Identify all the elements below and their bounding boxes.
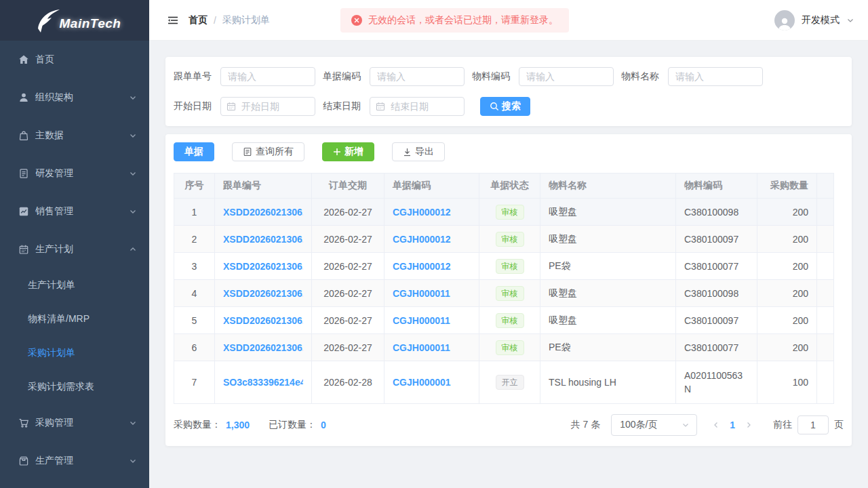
sidebar-item-org[interactable]: 组织架构 xyxy=(0,79,149,117)
table-row[interactable]: 3 XSDD2026021306.. 2026-02-27 CGJH000012… xyxy=(174,253,834,280)
sidebar-subitem-label: 生产计划单 xyxy=(28,279,75,291)
track-no-link[interactable]: XSDD2026021306.. xyxy=(223,261,303,272)
doc-code-link[interactable]: CGJH000001 xyxy=(393,377,471,388)
cell-extra xyxy=(817,226,834,253)
sidebar-item-production-plan-order[interactable]: 生产计划单 xyxy=(0,268,149,302)
sidebar-item-purchase-plan-demand[interactable]: 采购计划需求表 xyxy=(0,370,149,404)
user-menu[interactable]: 开发模式 xyxy=(774,10,854,30)
doc-code-input[interactable] xyxy=(370,67,465,86)
start-date-input[interactable] xyxy=(220,97,315,116)
cell-extra xyxy=(817,280,834,307)
status-badge: 审核 xyxy=(496,232,524,247)
prev-page-button[interactable] xyxy=(712,421,720,429)
package-icon xyxy=(18,455,29,466)
field-end-date: 结束日期 xyxy=(323,97,472,116)
doc-code-link[interactable]: CGJH000011 xyxy=(393,315,471,326)
doc-code-link[interactable]: CGJH000012 xyxy=(393,234,471,245)
track-no-link[interactable]: XSDD2026021306.. xyxy=(223,342,303,353)
current-page[interactable]: 1 xyxy=(730,420,735,430)
toolbar-button-label: 新增 xyxy=(344,146,363,158)
track-no-input[interactable] xyxy=(220,67,315,86)
status-badge: 审核 xyxy=(496,340,524,355)
bag-icon xyxy=(18,130,29,141)
end-date-input[interactable] xyxy=(370,97,465,116)
sidebar-subitem-label: 采购计划需求表 xyxy=(28,381,94,393)
sidebar-item-label: 生产管理 xyxy=(35,455,129,467)
query-all-button[interactable]: 查询所有 xyxy=(232,142,304,161)
material-name-input[interactable] xyxy=(668,67,763,86)
breadcrumb-home[interactable]: 首页 xyxy=(189,14,208,26)
track-no-link[interactable]: SO3c833396214e40 xyxy=(223,377,303,388)
cart-icon xyxy=(18,418,29,428)
sidebar-item-home[interactable]: 首页 xyxy=(0,41,149,79)
purchase-qty-label: 采购数量： xyxy=(174,419,221,431)
page-size-value: 100条/页 xyxy=(620,419,657,431)
page-content: 跟单单号 单据编码 物料编码 物料名称 开始日期 xyxy=(149,41,868,446)
table-row[interactable]: 4 XSDD2026021306.. 2026-02-27 CGJH000011… xyxy=(174,280,834,307)
cell-material-name: 吸塑盘 xyxy=(540,226,676,253)
topbar: 首页 / 采购计划单 无效的会话，或者会话已过期，请重新登录。 开发模式 xyxy=(149,0,868,41)
track-no-link[interactable]: XSDD2026021306.. xyxy=(223,315,303,326)
sidebar: MainTech 首页 组织架构 主数据 xyxy=(0,0,149,488)
cell-date: 2026-02-27 xyxy=(312,226,384,253)
status-badge: 审核 xyxy=(496,313,524,328)
sidebar-item-label: 首页 xyxy=(35,54,137,66)
table-header-row: 序号 跟单编号 订单交期 单据编码 单据状态 物料名称 物料编码 采购数量 xyxy=(174,174,834,199)
sidebar-item-master-data[interactable]: 主数据 xyxy=(0,117,149,155)
avatar xyxy=(774,10,795,30)
table-row[interactable]: 5 XSDD2026021306.. 2026-02-27 CGJH000011… xyxy=(174,307,834,334)
sidebar-item-purchase-plan-order[interactable]: 采购计划单 xyxy=(0,336,149,370)
goto-page-input[interactable] xyxy=(797,415,829,434)
field-label: 跟单单号 xyxy=(174,70,220,83)
sidebar-item-sales[interactable]: 销售管理 xyxy=(0,192,149,230)
add-button[interactable]: 新增 xyxy=(322,142,374,161)
field-label: 单据编码 xyxy=(323,70,370,83)
document-mode-button[interactable]: 单据 xyxy=(174,142,214,161)
cell-material-name: PE袋 xyxy=(540,334,676,361)
purchase-qty-value: 1,300 xyxy=(226,420,250,430)
table-row[interactable]: 2 XSDD2026021306.. 2026-02-27 CGJH000012… xyxy=(174,226,834,253)
sidebar-subitem-label: 采购计划单 xyxy=(28,347,75,359)
alert-text: 无效的会话，或者会话已过期，请重新登录。 xyxy=(368,14,558,26)
field-label: 物料编码 xyxy=(472,70,519,83)
document-icon xyxy=(18,168,29,179)
doc-code-link[interactable]: CGJH000011 xyxy=(393,288,471,299)
field-label: 开始日期 xyxy=(174,100,220,113)
next-page-button[interactable] xyxy=(745,421,753,429)
doc-code-link[interactable]: CGJH000011 xyxy=(393,342,471,353)
sidebar-item-bom-mrp[interactable]: 物料清单/MRP xyxy=(0,302,149,336)
cell-material-code: C380100098 xyxy=(676,199,757,226)
table-row[interactable]: 1 XSDD2026021306.. 2026-02-27 CGJH000012… xyxy=(174,199,834,226)
cell-material-code: C380100098 xyxy=(676,280,757,307)
menu-fold-icon[interactable] xyxy=(167,14,179,26)
track-no-link[interactable]: XSDD2026021306.. xyxy=(223,207,303,218)
sidebar-item-production-plan[interactable]: 生产计划 xyxy=(0,230,149,268)
search-icon xyxy=(490,102,499,111)
track-no-link[interactable]: XSDD2026021306.. xyxy=(223,288,303,299)
toolbar-button-label: 单据 xyxy=(184,146,203,158)
col-extra xyxy=(817,174,834,199)
breadcrumb-separator: / xyxy=(214,15,216,26)
search-button[interactable]: 搜索 xyxy=(480,97,530,116)
cell-material-code: C380100077 xyxy=(676,253,757,280)
export-button[interactable]: 导出 xyxy=(392,142,445,161)
sidebar-subitem-label: 物料清单/MRP xyxy=(28,313,90,325)
doc-code-link[interactable]: CGJH000012 xyxy=(393,261,471,272)
cell-material-name: PE袋 xyxy=(540,253,676,280)
chevron-up-icon xyxy=(129,245,137,253)
breadcrumb-current: 采购计划单 xyxy=(222,14,270,26)
table-row[interactable]: 7 SO3c833396214e40 2026-02-28 CGJH000001… xyxy=(174,361,834,404)
page-size-select[interactable]: 100条/页 xyxy=(611,414,697,436)
doc-code-link[interactable]: CGJH000012 xyxy=(393,207,471,218)
toolbar: 单据 查询所有 新增 xyxy=(174,142,844,161)
field-material-name: 物料名称 xyxy=(621,67,770,86)
main-area: 首页 / 采购计划单 无效的会话，或者会话已过期，请重新登录。 开发模式 xyxy=(149,0,868,488)
chevron-down-icon xyxy=(846,16,854,24)
table-row[interactable]: 6 XSDD2026021306.. 2026-02-27 CGJH000011… xyxy=(174,334,834,361)
track-no-link[interactable]: XSDD2026021306.. xyxy=(223,234,303,245)
sidebar-item-production-mgmt[interactable]: 生产管理 xyxy=(0,442,149,480)
toolbar-button-label: 查询所有 xyxy=(256,146,294,158)
sidebar-item-rd[interactable]: 研发管理 xyxy=(0,155,149,192)
sidebar-item-purchase-mgmt[interactable]: 采购管理 xyxy=(0,404,149,442)
material-code-input[interactable] xyxy=(519,67,614,86)
